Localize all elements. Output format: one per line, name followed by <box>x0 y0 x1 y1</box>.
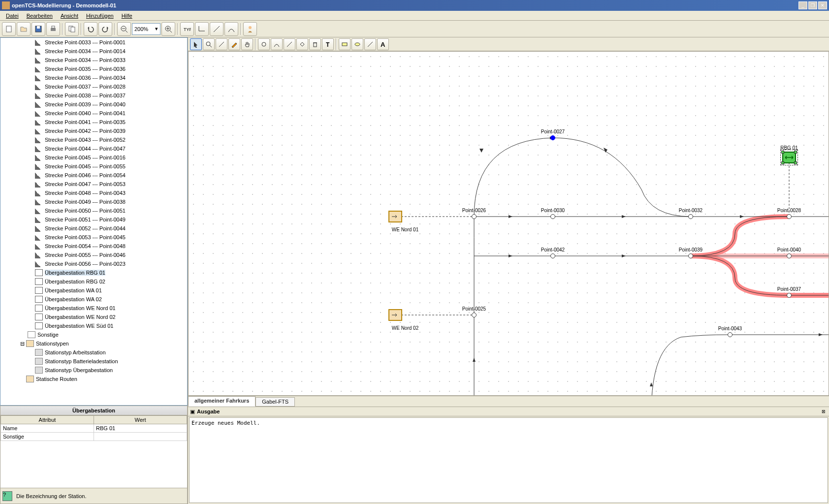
tree-item-path[interactable]: Strecke Point-0052 --- Point-0044 <box>0 224 187 233</box>
zoom-combo[interactable]: 200%▾ <box>132 23 160 35</box>
line-tool[interactable] <box>284 38 295 50</box>
tree-item-other[interactable]: Sonstige <box>0 330 187 339</box>
tree-item-path[interactable]: Strecke Point-0051 --- Point-0049 <box>0 215 187 224</box>
maximize-button[interactable]: ❐ <box>808 1 817 9</box>
tree-item-station[interactable]: Übergabestation RBG 01 <box>0 268 187 277</box>
tree-item-stationtype[interactable]: Stationstyp Batterieladestation <box>0 357 187 366</box>
tree-item-path[interactable]: Strecke Point-0046 --- Point-0054 <box>0 171 187 180</box>
props-row[interactable]: Sonstige <box>1 433 187 441</box>
tree-item-path[interactable]: Strecke Point-0040 --- Point-0041 <box>0 109 187 118</box>
tree-item-path[interactable]: Strecke Point-0044 --- Point-0047 <box>0 144 187 153</box>
menu-help[interactable]: Hilfe <box>118 12 136 20</box>
output-collapse-icon[interactable]: ▣ <box>190 409 195 415</box>
zoom-out-button[interactable] <box>117 22 131 36</box>
output-close-icon[interactable]: ⊠ <box>820 408 827 415</box>
tree-item-station[interactable]: Übergabestation RBG 02 <box>0 277 187 286</box>
delete-tool[interactable] <box>309 38 321 50</box>
tree-item-path[interactable]: Strecke Point-0036 --- Point-0034 <box>0 73 187 82</box>
text-tool-t[interactable]: T <box>322 38 334 50</box>
props-row[interactable]: NameRBG 01 <box>1 424 187 433</box>
print-button[interactable] <box>46 22 60 36</box>
rect-tool[interactable] <box>339 38 351 50</box>
tree-item-path[interactable]: Strecke Point-0045 --- Point-0016 <box>0 153 187 162</box>
graph-point[interactable] <box>728 332 733 337</box>
tree-item-path[interactable]: Strecke Point-0039 --- Point-0040 <box>0 100 187 109</box>
tree-item-path[interactable]: Strecke Point-0043 --- Point-0052 <box>0 135 187 144</box>
redo-button[interactable] <box>98 22 112 36</box>
tree-item-path[interactable]: Strecke Point-0049 --- Point-0038 <box>0 197 187 206</box>
graph-point[interactable] <box>787 293 792 298</box>
canvas-area[interactable]: Point-0027Point-0026Point-0030Point-0032… <box>188 51 829 396</box>
tree-item-stationtypes[interactable]: ⊟Stationstypen <box>0 339 187 348</box>
zoom-tool[interactable] <box>203 38 215 50</box>
ellipse-tool[interactable] <box>351 38 363 50</box>
save-button[interactable] <box>32 22 45 36</box>
tree-item-path[interactable]: Strecke Point-0048 --- Point-0043 <box>0 189 187 197</box>
tree-item-path[interactable]: Strecke Point-0034 --- Point-0014 <box>0 47 187 56</box>
graph-station[interactable] <box>388 211 402 222</box>
line2-tool[interactable] <box>364 38 376 50</box>
graph-point[interactable] <box>472 214 477 219</box>
zoom-in-button[interactable] <box>161 22 175 36</box>
pen-tool[interactable] <box>228 38 240 50</box>
tree-item-path[interactable]: Strecke Point-0034 --- Point-0033 <box>0 56 187 64</box>
tree-item-stationtype[interactable]: Stationstyp Übergabestation <box>0 366 187 375</box>
draw-tool[interactable] <box>216 38 227 50</box>
tool-d-button[interactable] <box>224 22 238 36</box>
graph-vehicle[interactable] <box>782 152 796 163</box>
tree-item-station[interactable]: Übergabestation WE Nord 01 <box>0 304 187 313</box>
select-tool[interactable] <box>190 38 202 50</box>
tree-item-path[interactable]: Strecke Point-0041 --- Point-0035 <box>0 118 187 126</box>
tree-item-path[interactable]: Strecke Point-0045 --- Point-0055 <box>0 162 187 171</box>
tree-item-path[interactable]: Strecke Point-0050 --- Point-0051 <box>0 206 187 215</box>
menu-file[interactable]: Datei <box>2 12 23 20</box>
menu-view[interactable]: Ansicht <box>57 12 82 20</box>
graph-point[interactable] <box>550 135 555 140</box>
tool-a-button[interactable]: TYPE <box>180 22 194 36</box>
tree-item-static-routes[interactable]: Statische Routen <box>0 375 187 383</box>
tool-c-button[interactable] <box>210 22 223 36</box>
tree-item-path[interactable]: Strecke Point-0056 --- Point-0023 <box>0 259 187 268</box>
tree-item-stationtype[interactable]: Stationstyp Arbeitsstation <box>0 348 187 357</box>
graph-point[interactable] <box>550 214 555 219</box>
minimize-button[interactable]: _ <box>798 1 807 9</box>
graph-point[interactable] <box>787 253 792 258</box>
tree-item-path[interactable]: Strecke Point-0037 --- Point-0028 <box>0 82 187 91</box>
new-button[interactable] <box>2 22 16 36</box>
tool-b-button[interactable] <box>195 22 209 36</box>
graph-point[interactable] <box>472 313 477 317</box>
tree-item-path[interactable]: Strecke Point-0047 --- Point-0053 <box>0 180 187 189</box>
tree-item-path[interactable]: Strecke Point-0035 --- Point-0036 <box>0 64 187 73</box>
menu-add[interactable]: Hinzufügen <box>82 12 118 20</box>
tree-item-path[interactable]: Strecke Point-0038 --- Point-0037 <box>0 91 187 100</box>
tree-view[interactable]: Strecke Point-0033 --- Point-0001Strecke… <box>0 37 188 406</box>
canvas-tab[interactable]: allgemeiner Fahrkurs <box>188 396 255 407</box>
graph-point[interactable] <box>688 253 693 258</box>
hand-tool[interactable] <box>241 38 253 50</box>
tree-item-path[interactable]: Strecke Point-0053 --- Point-0045 <box>0 233 187 242</box>
tree-item-station[interactable]: Übergabestation WE Nord 02 <box>0 313 187 321</box>
tree-item-station[interactable]: Übergabestation WA 01 <box>0 286 187 295</box>
undo-button[interactable] <box>84 22 97 36</box>
tree-item-path[interactable]: Strecke Point-0055 --- Point-0046 <box>0 251 187 259</box>
tree-item-path[interactable]: Strecke Point-0033 --- Point-0001 <box>0 38 187 47</box>
graph-point[interactable] <box>787 214 792 219</box>
text-tool-a[interactable]: A <box>377 38 389 50</box>
tree-item-station[interactable]: Übergabestation WA 02 <box>0 295 187 304</box>
tree-item-station[interactable]: Übergabestation WE Süd 01 <box>0 321 187 330</box>
tree-item-path[interactable]: Strecke Point-0054 --- Point-0048 <box>0 242 187 251</box>
curve-tool[interactable] <box>271 38 283 50</box>
canvas-tab[interactable]: Gabel-FTS <box>255 397 295 407</box>
graph-station[interactable] <box>388 309 402 321</box>
graph-point[interactable] <box>550 253 555 258</box>
copy-button[interactable] <box>65 22 79 36</box>
vehicle-button[interactable] <box>243 22 257 36</box>
output-body[interactable]: Erzeuge neues Modell. <box>189 417 828 503</box>
tree-item-path[interactable]: Strecke Point-0042 --- Point-0039 <box>0 126 187 135</box>
properties-table[interactable]: Attribut Wert NameRBG 01Sonstige <box>0 415 187 488</box>
graph-point[interactable] <box>688 214 693 219</box>
menu-edit[interactable]: Bearbeiten <box>23 12 57 20</box>
close-button[interactable]: ✕ <box>818 1 827 9</box>
point-tool[interactable] <box>258 38 270 50</box>
connector-tool[interactable] <box>296 38 308 50</box>
